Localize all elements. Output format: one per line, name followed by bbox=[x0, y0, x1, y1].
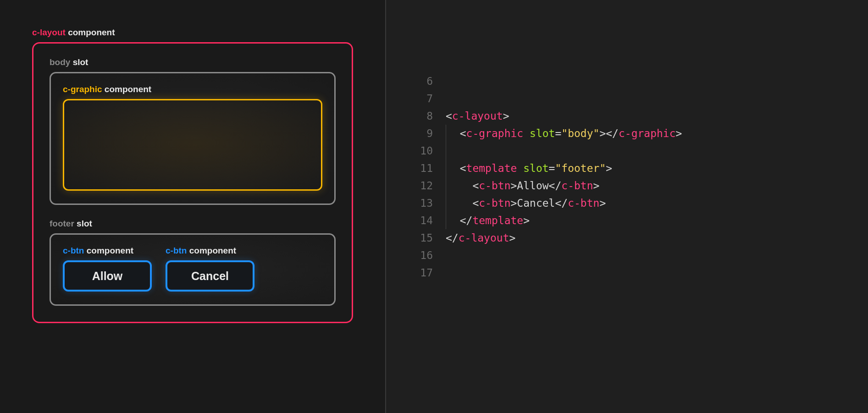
code-content: </template> bbox=[446, 212, 530, 229]
body-slot-box: c-graphic component bbox=[50, 72, 336, 205]
line-number: 9 bbox=[400, 125, 446, 142]
line-number: 7 bbox=[400, 90, 446, 107]
code-line-15: 15 </c-layout> bbox=[400, 229, 854, 247]
line-number: 13 bbox=[400, 194, 446, 212]
component-word: component bbox=[189, 246, 236, 255]
c-layout-name: c-layout bbox=[32, 28, 66, 37]
code-pane: 6 7 8 <c-layout> 9 <c-graphic slot="body… bbox=[385, 0, 868, 413]
code-content: <c-btn>Cancel</c-btn> bbox=[446, 194, 606, 212]
diagram-pane: c-layout component body slot c-graphic c… bbox=[0, 0, 385, 413]
footer-slot-label: footer slot bbox=[50, 219, 336, 229]
c-btn-label-allow: c-btn component bbox=[63, 246, 152, 256]
code-line-14: 14 </template> bbox=[400, 212, 854, 229]
line-number: 6 bbox=[400, 72, 446, 90]
line-number: 16 bbox=[400, 247, 446, 264]
footer-slot-box: c-btn component Allow c-btn component Ca… bbox=[50, 233, 336, 306]
allow-button-column: c-btn component Allow bbox=[63, 246, 152, 292]
slot-word: slot bbox=[77, 219, 92, 228]
code-line-10: 10 bbox=[400, 142, 854, 160]
code-line-13: 13 <c-btn>Cancel</c-btn> bbox=[400, 194, 854, 212]
line-number: 17 bbox=[400, 264, 446, 281]
c-layout-label: c-layout component bbox=[32, 28, 353, 38]
code-content: <template slot="footer"> bbox=[446, 160, 612, 177]
c-btn-name: c-btn bbox=[63, 246, 84, 255]
code-content: <c-btn>Allow</c-btn> bbox=[446, 177, 599, 194]
allow-button[interactable]: Allow bbox=[63, 260, 152, 292]
line-number: 14 bbox=[400, 212, 446, 229]
line-number: 11 bbox=[400, 160, 446, 177]
slot-word: slot bbox=[73, 57, 88, 67]
body-name: body bbox=[50, 57, 70, 67]
code-line-9: 9 <c-graphic slot="body"></c-graphic> bbox=[400, 125, 854, 142]
footer-name: footer bbox=[50, 219, 74, 228]
button-row: c-btn component Allow c-btn component Ca… bbox=[63, 246, 322, 292]
code-line-16: 16 bbox=[400, 247, 854, 264]
c-layout-box: body slot c-graphic component footer slo… bbox=[32, 42, 353, 323]
cancel-button-label: Cancel bbox=[191, 270, 229, 283]
code-line-6: 6 bbox=[400, 72, 854, 90]
line-number: 15 bbox=[400, 229, 446, 247]
code-line-12: 12 <c-btn>Allow</c-btn> bbox=[400, 177, 854, 194]
component-word: component bbox=[87, 246, 133, 255]
c-graphic-label: c-graphic component bbox=[63, 84, 322, 94]
c-graphic-box bbox=[63, 99, 322, 191]
c-btn-label-cancel: c-btn component bbox=[166, 246, 254, 256]
code-content bbox=[446, 142, 447, 160]
code-content: <c-layout> bbox=[446, 107, 509, 125]
cancel-button-column: c-btn component Cancel bbox=[166, 246, 254, 292]
code-line-8: 8 <c-layout> bbox=[400, 107, 854, 125]
component-word: component bbox=[68, 28, 115, 37]
line-number: 8 bbox=[400, 107, 446, 125]
cancel-button[interactable]: Cancel bbox=[166, 260, 254, 292]
body-slot-label: body slot bbox=[50, 57, 336, 67]
line-number: 10 bbox=[400, 142, 446, 160]
c-btn-name: c-btn bbox=[166, 246, 187, 255]
c-graphic-name: c-graphic bbox=[63, 84, 102, 94]
code-line-11: 11 <template slot="footer"> bbox=[400, 160, 854, 177]
code-content: </c-layout> bbox=[446, 229, 515, 247]
line-number: 12 bbox=[400, 177, 446, 194]
code-content: <c-graphic slot="body"></c-graphic> bbox=[446, 125, 682, 142]
component-word: component bbox=[105, 84, 151, 94]
code-line-17: 17 bbox=[400, 264, 854, 281]
code-line-7: 7 bbox=[400, 90, 854, 107]
allow-button-label: Allow bbox=[92, 270, 123, 283]
